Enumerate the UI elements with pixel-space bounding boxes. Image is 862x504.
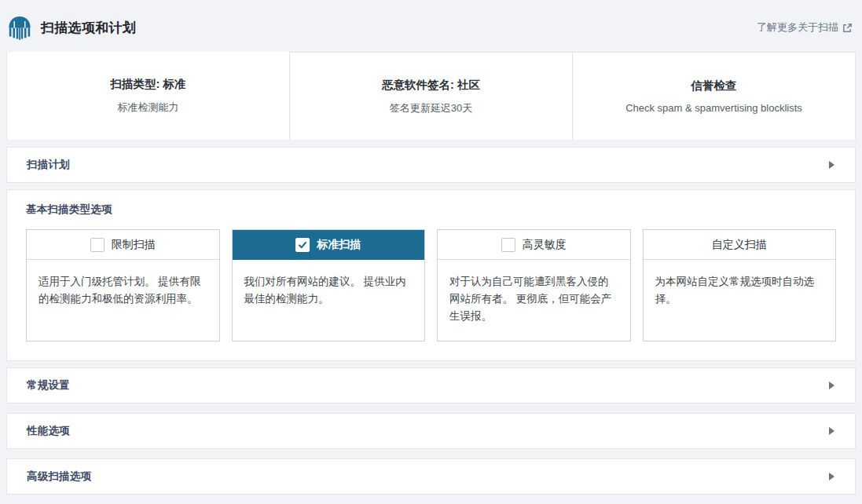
tab-malware-signatures-subtitle: 签名更新延迟30天 — [390, 101, 472, 115]
page-header: 扫描选项和计划 了解更多关于扫描 — [0, 0, 862, 50]
chevron-right-icon — [829, 161, 834, 169]
accordion-advanced-scan-options[interactable]: 高级扫描选项 — [6, 458, 856, 495]
scan-card-high-sensitivity-label: 高灵敏度 — [523, 238, 567, 252]
tab-reputation-checks[interactable]: 信誉检查 Check spam & spamvertising blocklis… — [572, 52, 855, 140]
tab-scan-type-title: 扫描类型: 标准 — [111, 77, 186, 92]
scan-card-limited-label: 限制扫描 — [112, 238, 156, 252]
scan-card-limited-header[interactable]: 限制扫描 — [27, 230, 219, 260]
scan-card-standard: 标准扫描 我们对所有网站的建议。 提供业内最佳的检测能力。 — [232, 229, 426, 341]
scan-card-limited-description: 适用于入门级托管计划。 提供有限的检测能力和极低的资源利用率。 — [27, 260, 219, 341]
brand: 扫描选项和计划 — [6, 16, 136, 40]
learn-more-label: 了解更多关于扫描 — [757, 20, 838, 35]
scan-card-custom-description: 为本网站自定义常规选项时自动选择。 — [644, 260, 836, 341]
tab-malware-signatures-title: 恶意软件签名: 社区 — [382, 78, 480, 93]
scan-options-page: 扫描选项和计划 了解更多关于扫描 扫描类型: 标准 标准检测能力 恶意软件签名:… — [0, 0, 862, 504]
scan-type-cards: 限制扫描 适用于入门级托管计划。 提供有限的检测能力和极低的资源利用率。 标准扫… — [26, 229, 836, 341]
tab-reputation-checks-title: 信誉检查 — [691, 79, 737, 93]
scan-card-limited: 限制扫描 适用于入门级托管计划。 提供有限的检测能力和极低的资源利用率。 — [26, 229, 220, 341]
scan-card-high-sensitivity-description: 对于认为自己可能遭到黑客入侵的网站所有者。 更彻底，但可能会产生误报。 — [438, 260, 630, 341]
tab-reputation-checks-subtitle: Check spam & spamvertising blocklists — [625, 102, 802, 114]
limited-scan-checkbox[interactable] — [90, 238, 105, 252]
accordion-performance-options[interactable]: 性能选项 — [6, 413, 856, 449]
scan-card-standard-header[interactable]: 标准扫描 — [233, 230, 425, 260]
accordion-general-settings-label: 常规设置 — [27, 378, 70, 393]
accordion-scan-schedule[interactable]: 扫描计划 — [6, 147, 856, 183]
scan-card-custom: 自定义扫描 为本网站自定义常规选项时自动选择。 — [643, 229, 837, 341]
accordion-advanced-scan-options-label: 高级扫描选项 — [27, 469, 91, 484]
scan-dome-icon — [6, 16, 33, 40]
accordion-performance-options-label: 性能选项 — [27, 424, 70, 438]
standard-scan-checkbox[interactable] — [295, 238, 310, 252]
accordion-general-settings[interactable]: 常规设置 — [6, 367, 856, 404]
tab-malware-signatures[interactable]: 恶意软件签名: 社区 签名更新延迟30天 — [289, 52, 572, 140]
tab-scan-type[interactable]: 扫描类型: 标准 标准检测能力 — [7, 52, 289, 140]
high-sensitivity-checkbox[interactable] — [501, 238, 515, 252]
section-basic-scan-type-title: 基本扫描类型选项 — [26, 203, 836, 217]
scan-summary-tabs: 扫描类型: 标准 标准检测能力 恶意软件签名: 社区 签名更新延迟30天 信誉检… — [6, 52, 856, 141]
external-link-icon — [842, 23, 853, 33]
section-basic-scan-type-options: 基本扫描类型选项 限制扫描 适用于入门级托管计划。 提供有限的检测能力和极低的资… — [6, 189, 856, 361]
tab-scan-type-subtitle: 标准检测能力 — [118, 100, 179, 115]
scan-card-standard-description: 我们对所有网站的建议。 提供业内最佳的检测能力。 — [233, 260, 425, 341]
chevron-right-icon — [829, 382, 834, 389]
chevron-right-icon — [829, 427, 834, 435]
page-title: 扫描选项和计划 — [41, 19, 136, 37]
scan-card-high-sensitivity-header[interactable]: 高灵敏度 — [438, 230, 630, 260]
chevron-right-icon — [829, 473, 834, 480]
scan-card-standard-label: 标准扫描 — [317, 238, 361, 252]
scan-card-custom-header[interactable]: 自定义扫描 — [644, 230, 836, 260]
checkmark-icon — [298, 240, 307, 250]
scan-card-high-sensitivity: 高灵敏度 对于认为自己可能遭到黑客入侵的网站所有者。 更彻底，但可能会产生误报。 — [437, 229, 631, 341]
accordion-scan-schedule-label: 扫描计划 — [27, 158, 70, 172]
scan-card-custom-label: 自定义扫描 — [712, 238, 767, 252]
learn-more-link[interactable]: 了解更多关于扫描 — [757, 20, 853, 35]
